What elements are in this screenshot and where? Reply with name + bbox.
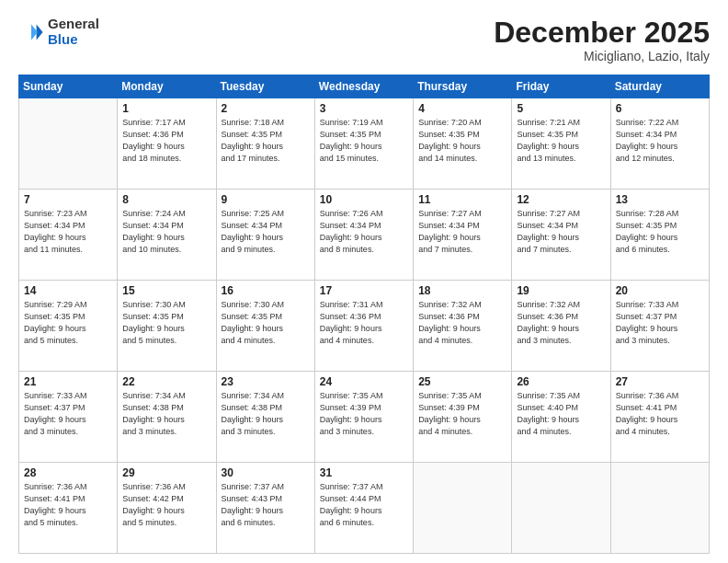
calendar-cell: 15Sunrise: 7:30 AMSunset: 4:35 PMDayligh… [118,281,216,372]
day-info: Sunrise: 7:30 AMSunset: 4:35 PMDaylight:… [122,299,210,347]
calendar-cell: 9Sunrise: 7:25 AMSunset: 4:34 PMDaylight… [216,190,314,281]
calendar-cell: 23Sunrise: 7:34 AMSunset: 4:38 PMDayligh… [216,372,314,463]
day-info: Sunrise: 7:24 AMSunset: 4:34 PMDaylight:… [122,208,210,256]
day-info: Sunrise: 7:35 AMSunset: 4:39 PMDaylight:… [418,390,506,438]
weekday-header-thursday: Thursday [414,75,512,98]
day-info: Sunrise: 7:32 AMSunset: 4:36 PMDaylight:… [418,299,506,347]
weekday-header-tuesday: Tuesday [216,75,314,98]
calendar-table: SundayMondayTuesdayWednesdayThursdayFrid… [18,75,710,554]
calendar-cell: 10Sunrise: 7:26 AMSunset: 4:34 PMDayligh… [314,190,413,281]
day-number: 3 [320,102,408,115]
day-number: 14 [24,284,112,297]
day-info: Sunrise: 7:31 AMSunset: 4:36 PMDaylight:… [320,299,408,347]
calendar-cell [512,463,610,554]
calendar-week-4: 21Sunrise: 7:33 AMSunset: 4:37 PMDayligh… [19,372,710,463]
calendar-cell: 31Sunrise: 7:37 AMSunset: 4:44 PMDayligh… [314,463,413,554]
calendar-cell: 6Sunrise: 7:22 AMSunset: 4:34 PMDaylight… [610,98,709,190]
day-number: 11 [418,193,506,206]
logo-general: General [48,17,99,32]
calendar-cell: 1Sunrise: 7:17 AMSunset: 4:36 PMDaylight… [118,98,216,190]
calendar-week-1: 1Sunrise: 7:17 AMSunset: 4:36 PMDaylight… [19,98,710,190]
day-info: Sunrise: 7:25 AMSunset: 4:34 PMDaylight:… [222,208,310,256]
calendar-cell: 30Sunrise: 7:37 AMSunset: 4:43 PMDayligh… [216,463,314,554]
day-number: 13 [616,193,704,206]
day-number: 2 [222,102,310,115]
calendar-cell: 22Sunrise: 7:34 AMSunset: 4:38 PMDayligh… [118,372,216,463]
day-info: Sunrise: 7:30 AMSunset: 4:35 PMDaylight:… [222,299,310,347]
page: General Blue December 2025 Micigliano, L… [0,0,728,563]
calendar-cell: 26Sunrise: 7:35 AMSunset: 4:40 PMDayligh… [512,372,610,463]
calendar-cell: 28Sunrise: 7:36 AMSunset: 4:41 PMDayligh… [19,463,118,554]
day-info: Sunrise: 7:37 AMSunset: 4:44 PMDaylight:… [320,481,408,529]
calendar-week-3: 14Sunrise: 7:29 AMSunset: 4:35 PMDayligh… [19,281,710,372]
calendar-cell: 11Sunrise: 7:27 AMSunset: 4:34 PMDayligh… [414,190,512,281]
day-number: 9 [222,193,310,206]
day-info: Sunrise: 7:34 AMSunset: 4:38 PMDaylight:… [222,390,310,438]
day-info: Sunrise: 7:32 AMSunset: 4:36 PMDaylight:… [517,299,605,347]
weekday-header-friday: Friday [512,75,610,98]
weekday-header-saturday: Saturday [610,75,709,98]
calendar-cell: 25Sunrise: 7:35 AMSunset: 4:39 PMDayligh… [414,372,512,463]
calendar-cell: 7Sunrise: 7:23 AMSunset: 4:34 PMDaylight… [19,190,118,281]
calendar-cell: 5Sunrise: 7:21 AMSunset: 4:35 PMDaylight… [512,98,610,190]
day-number: 24 [320,375,408,388]
day-info: Sunrise: 7:19 AMSunset: 4:35 PMDaylight:… [320,117,408,165]
calendar-cell [610,463,709,554]
title-block: December 2025 Micigliano, Lazio, Italy [494,17,710,63]
day-number: 5 [517,102,605,115]
day-info: Sunrise: 7:36 AMSunset: 4:41 PMDaylight:… [24,481,112,529]
day-number: 7 [24,193,112,206]
calendar-cell: 18Sunrise: 7:32 AMSunset: 4:36 PMDayligh… [414,281,512,372]
day-number: 30 [222,466,310,479]
day-number: 19 [517,284,605,297]
day-info: Sunrise: 7:36 AMSunset: 4:42 PMDaylight:… [122,481,210,529]
day-info: Sunrise: 7:23 AMSunset: 4:34 PMDaylight:… [24,208,112,256]
calendar-cell: 20Sunrise: 7:33 AMSunset: 4:37 PMDayligh… [610,281,709,372]
calendar-cell: 2Sunrise: 7:18 AMSunset: 4:35 PMDaylight… [216,98,314,190]
calendar-cell: 14Sunrise: 7:29 AMSunset: 4:35 PMDayligh… [19,281,118,372]
calendar-cell: 12Sunrise: 7:27 AMSunset: 4:34 PMDayligh… [512,190,610,281]
day-number: 6 [616,102,704,115]
calendar-cell: 27Sunrise: 7:36 AMSunset: 4:41 PMDayligh… [610,372,709,463]
day-info: Sunrise: 7:35 AMSunset: 4:40 PMDaylight:… [517,390,605,438]
calendar-cell: 8Sunrise: 7:24 AMSunset: 4:34 PMDaylight… [118,190,216,281]
day-number: 21 [24,375,112,388]
day-info: Sunrise: 7:20 AMSunset: 4:35 PMDaylight:… [418,117,506,165]
day-number: 27 [616,375,704,388]
day-info: Sunrise: 7:28 AMSunset: 4:35 PMDaylight:… [616,208,704,256]
calendar-cell: 29Sunrise: 7:36 AMSunset: 4:42 PMDayligh… [118,463,216,554]
calendar-cell: 17Sunrise: 7:31 AMSunset: 4:36 PMDayligh… [314,281,413,372]
day-info: Sunrise: 7:26 AMSunset: 4:34 PMDaylight:… [320,208,408,256]
day-info: Sunrise: 7:29 AMSunset: 4:35 PMDaylight:… [24,299,112,347]
calendar-title: December 2025 [494,17,710,49]
day-number: 15 [122,284,210,297]
calendar-header-row: SundayMondayTuesdayWednesdayThursdayFrid… [19,75,710,98]
day-number: 28 [24,466,112,479]
calendar-subtitle: Micigliano, Lazio, Italy [494,49,710,63]
day-number: 22 [122,375,210,388]
day-number: 10 [320,193,408,206]
calendar-week-5: 28Sunrise: 7:36 AMSunset: 4:41 PMDayligh… [19,463,710,554]
day-number: 23 [222,375,310,388]
calendar-cell: 4Sunrise: 7:20 AMSunset: 4:35 PMDaylight… [414,98,512,190]
logo-text: General Blue [48,17,99,47]
day-info: Sunrise: 7:22 AMSunset: 4:34 PMDaylight:… [616,117,704,165]
day-info: Sunrise: 7:34 AMSunset: 4:38 PMDaylight:… [122,390,210,438]
day-number: 4 [418,102,506,115]
day-number: 17 [320,284,408,297]
day-number: 12 [517,193,605,206]
weekday-header-sunday: Sunday [19,75,118,98]
day-info: Sunrise: 7:17 AMSunset: 4:36 PMDaylight:… [122,117,210,165]
day-number: 20 [616,284,704,297]
day-number: 26 [517,375,605,388]
calendar-cell: 24Sunrise: 7:35 AMSunset: 4:39 PMDayligh… [314,372,413,463]
calendar-cell: 16Sunrise: 7:30 AMSunset: 4:35 PMDayligh… [216,281,314,372]
day-number: 8 [122,193,210,206]
day-info: Sunrise: 7:33 AMSunset: 4:37 PMDaylight:… [616,299,704,347]
calendar-cell: 21Sunrise: 7:33 AMSunset: 4:37 PMDayligh… [19,372,118,463]
day-info: Sunrise: 7:21 AMSunset: 4:35 PMDaylight:… [517,117,605,165]
day-info: Sunrise: 7:36 AMSunset: 4:41 PMDaylight:… [616,390,704,438]
calendar-cell [19,98,118,190]
calendar-cell: 3Sunrise: 7:19 AMSunset: 4:35 PMDaylight… [314,98,413,190]
weekday-header-monday: Monday [118,75,216,98]
